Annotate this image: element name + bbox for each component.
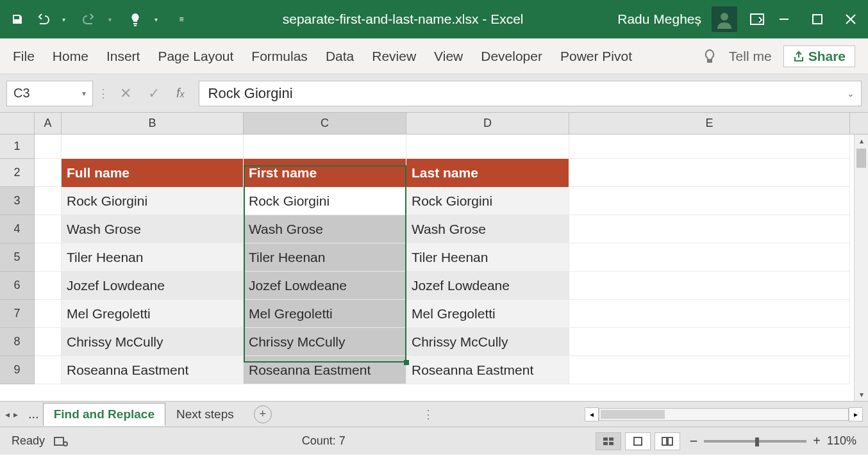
view-page-layout-icon[interactable] — [625, 432, 651, 450]
sheet-tab-active[interactable]: Find and Replace — [43, 403, 165, 426]
row-header-7[interactable]: 7 — [0, 300, 35, 328]
row-header-2[interactable]: 2 — [0, 159, 35, 187]
cell-b9[interactable]: Roseanna Eastment — [62, 356, 244, 384]
undo-icon[interactable] — [36, 12, 50, 26]
sheet-prev-icon[interactable]: ◂ — [5, 409, 10, 420]
cell-c7[interactable]: Mel Gregoletti — [244, 300, 406, 328]
zoom-level[interactable]: 110% — [827, 434, 856, 448]
cell-c5[interactable]: Tiler Heenan — [244, 243, 406, 272]
cell-b1[interactable] — [62, 135, 244, 159]
tab-view[interactable]: View — [434, 49, 463, 64]
col-header-a[interactable]: A — [35, 113, 62, 134]
tab-developer[interactable]: Developer — [481, 49, 542, 64]
cell-b6[interactable]: Jozef Lowdeane — [62, 272, 244, 300]
name-box[interactable]: C3 ▾ — [6, 81, 93, 106]
cell-a6[interactable] — [35, 272, 62, 300]
tab-power-pivot[interactable]: Power Pivot — [560, 49, 632, 64]
hscroll-right-icon[interactable]: ▸ — [849, 407, 863, 421]
vertical-scrollbar[interactable]: ▴ ▾ — [854, 135, 868, 401]
tab-split-grip[interactable]: ⋮ — [417, 407, 439, 421]
cell-a4[interactable] — [35, 215, 62, 243]
sheet-tab-next[interactable]: Next steps — [165, 403, 245, 426]
tab-home[interactable]: Home — [53, 49, 88, 64]
view-normal-icon[interactable] — [596, 432, 621, 450]
cell-a1[interactable] — [35, 135, 62, 159]
row-header-5[interactable]: 5 — [0, 243, 35, 272]
cell-e5[interactable] — [569, 243, 850, 272]
row-header-3[interactable]: 3 — [0, 187, 35, 215]
cell-c4[interactable]: Wash Grose — [244, 215, 406, 243]
col-header-b[interactable]: B — [62, 113, 244, 134]
cell-c9[interactable]: Roseanna Eastment — [244, 356, 406, 384]
cell-b4[interactable]: Wash Grose — [62, 215, 244, 243]
cell-e3[interactable] — [569, 187, 850, 215]
avatar[interactable] — [712, 6, 737, 32]
tab-formulas[interactable]: Formulas — [251, 49, 308, 64]
cell-e6[interactable] — [569, 272, 850, 300]
maximize-icon[interactable] — [810, 12, 824, 26]
row-header-8[interactable]: 8 — [0, 328, 35, 356]
name-box-dropdown-icon[interactable]: ▾ — [82, 89, 86, 98]
tab-data[interactable]: Data — [326, 49, 354, 64]
cell-c8[interactable]: Chrissy McCully — [244, 328, 406, 356]
hscroll-left-icon[interactable]: ◂ — [585, 407, 599, 421]
cell-d2[interactable]: Last name — [406, 159, 569, 187]
hscroll-track[interactable] — [599, 408, 849, 421]
cell-d3[interactable]: Rock Giorgini — [406, 187, 569, 215]
cell-e1[interactable] — [569, 135, 850, 159]
row-header-6[interactable]: 6 — [0, 272, 35, 300]
cell-e7[interactable] — [569, 300, 850, 328]
cancel-formula-icon[interactable]: ✕ — [120, 85, 131, 102]
scroll-down-icon[interactable]: ▾ — [855, 388, 868, 401]
zoom-out-icon[interactable]: − — [689, 433, 697, 450]
zoom-slider[interactable] — [704, 440, 806, 443]
hscroll-thumb[interactable] — [601, 410, 665, 419]
cell-d6[interactable]: Jozef Lowdeane — [406, 272, 569, 300]
col-header-d[interactable]: D — [406, 113, 569, 134]
redo-icon[interactable] — [82, 12, 96, 26]
macro-record-icon[interactable] — [54, 436, 68, 447]
ribbon-display-icon[interactable] — [750, 12, 764, 26]
cell-b2[interactable]: Full name — [62, 159, 244, 187]
tab-page-layout[interactable]: Page Layout — [158, 49, 233, 64]
cell-b3[interactable]: Rock Giorgini — [62, 187, 244, 215]
insert-function-icon[interactable]: fx — [176, 86, 185, 101]
cell-c3[interactable]: Rock Giorgini — [244, 187, 406, 215]
redo-dropdown-icon[interactable]: ▾ — [103, 12, 117, 26]
cell-a9[interactable] — [35, 356, 62, 384]
selection-handle[interactable] — [404, 360, 409, 365]
tab-file[interactable]: File — [13, 49, 35, 64]
cell-d8[interactable]: Chrissy McCully — [406, 328, 569, 356]
tell-me-icon[interactable] — [702, 49, 717, 64]
col-header-e[interactable]: E — [569, 113, 850, 134]
cell-a3[interactable] — [35, 187, 62, 215]
cell-e9[interactable] — [569, 356, 850, 384]
expand-formula-bar-icon[interactable]: ⌄ — [847, 88, 855, 99]
col-header-c[interactable]: C — [244, 113, 406, 134]
cell-d5[interactable]: Tiler Heenan — [406, 243, 569, 272]
accept-formula-icon[interactable]: ✓ — [148, 85, 160, 102]
lightbulb-dropdown-icon[interactable]: ▾ — [149, 12, 163, 26]
lightbulb-icon[interactable] — [128, 12, 142, 26]
cell-c2[interactable]: First name — [244, 159, 406, 187]
cell-d9[interactable]: Roseanna Eastment — [406, 356, 569, 384]
cell-b5[interactable]: Tiler Heenan — [62, 243, 244, 272]
horizontal-scrollbar[interactable]: ◂ ▸ — [585, 407, 863, 421]
tab-review[interactable]: Review — [372, 49, 416, 64]
view-page-break-icon[interactable] — [655, 432, 680, 450]
close-icon[interactable] — [844, 12, 858, 26]
cell-e8[interactable] — [569, 328, 850, 356]
cell-d7[interactable]: Mel Gregoletti — [406, 300, 569, 328]
row-header-9[interactable]: 9 — [0, 356, 35, 384]
select-all-corner[interactable] — [0, 113, 35, 134]
tab-insert[interactable]: Insert — [106, 49, 140, 64]
scroll-up-icon[interactable]: ▴ — [855, 135, 868, 147]
cell-b7[interactable]: Mel Gregoletti — [62, 300, 244, 328]
cell-d4[interactable]: Wash Grose — [406, 215, 569, 243]
user-name[interactable]: Radu Megheș — [617, 12, 701, 27]
zoom-thumb[interactable] — [755, 437, 759, 446]
customize-qat-icon[interactable]: ≡ — [174, 12, 188, 26]
cell-b8[interactable]: Chrissy McCully — [62, 328, 244, 356]
cell-c1[interactable] — [244, 135, 406, 159]
cell-a8[interactable] — [35, 328, 62, 356]
